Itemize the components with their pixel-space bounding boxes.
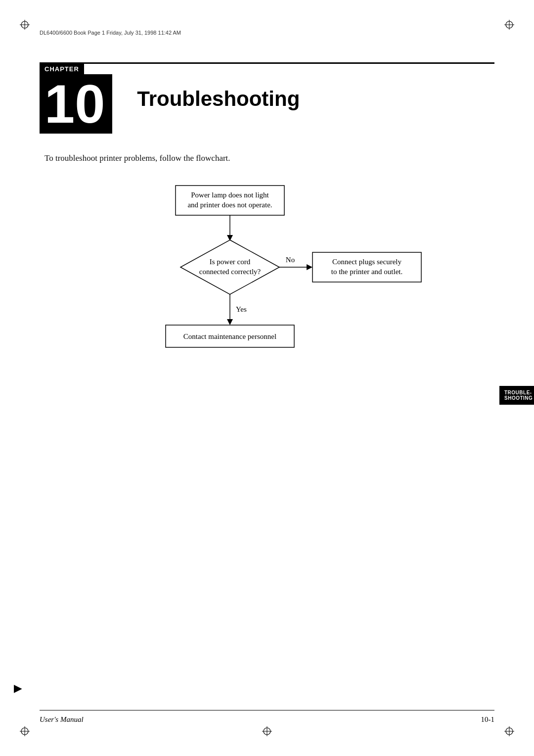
svg-text:and printer does not operate.: and printer does not operate. bbox=[187, 201, 272, 209]
flowchart-svg: Power lamp does not light and printer do… bbox=[101, 181, 447, 369]
svg-text:to the printer and outlet.: to the printer and outlet. bbox=[331, 268, 403, 276]
svg-text:Contact maintenance personnel: Contact maintenance personnel bbox=[183, 332, 276, 340]
page: DL6400/6600 Book Page 1 Friday, July 31,… bbox=[0, 0, 534, 756]
chapter-label-area: CHAPTER 10 bbox=[40, 64, 112, 134]
svg-text:connected correctly?: connected correctly? bbox=[199, 268, 261, 276]
flowchart-container: Power lamp does not light and printer do… bbox=[44, 181, 494, 369]
svg-text:Power lamp does not light: Power lamp does not light bbox=[191, 191, 269, 199]
svg-text:Is power cord: Is power cord bbox=[210, 258, 251, 266]
svg-text:Yes: Yes bbox=[236, 305, 247, 313]
margin-arrow: ▶ bbox=[14, 682, 21, 694]
chapter-title: Troubleshooting bbox=[137, 87, 300, 111]
chapter-title-area: Troubleshooting bbox=[112, 64, 300, 134]
chapter-header: CHAPTER 10 Troubleshooting bbox=[40, 62, 494, 134]
chapter-number: 10 bbox=[40, 74, 112, 134]
svg-rect-15 bbox=[176, 186, 284, 215]
svg-marker-20 bbox=[180, 240, 279, 294]
svg-rect-26 bbox=[312, 252, 421, 282]
chapter-label: CHAPTER bbox=[40, 64, 84, 74]
reg-mark-top-left bbox=[20, 20, 30, 30]
reg-mark-bottom-center bbox=[262, 726, 272, 736]
footer-manual-label: User's Manual bbox=[40, 715, 84, 724]
svg-marker-24 bbox=[307, 264, 312, 270]
reg-mark-bottom-right bbox=[504, 726, 514, 736]
intro-paragraph: To troubleshoot printer problems, follow… bbox=[44, 153, 494, 163]
footer-page-number: 10-1 bbox=[481, 715, 495, 724]
reg-mark-top-right bbox=[504, 20, 514, 30]
main-content: To troubleshoot printer problems, follow… bbox=[40, 153, 494, 369]
header-meta: DL6400/6600 Book Page 1 Friday, July 31,… bbox=[40, 30, 494, 38]
svg-marker-30 bbox=[227, 319, 233, 325]
svg-text:No: No bbox=[286, 256, 295, 264]
svg-text:Connect plugs securely: Connect plugs securely bbox=[332, 258, 401, 266]
side-tab: TROUBLE- SHOOTING bbox=[499, 386, 534, 405]
page-footer: User's Manual 10-1 bbox=[40, 710, 494, 724]
reg-mark-bottom-left bbox=[20, 726, 30, 736]
